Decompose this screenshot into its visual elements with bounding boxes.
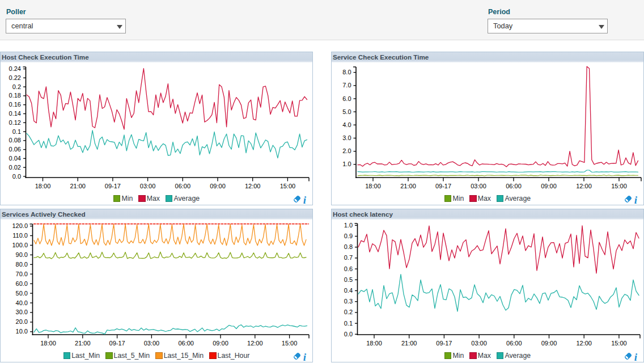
svg-text:03:00: 03:00 <box>140 183 156 189</box>
svg-text:09-17: 09-17 <box>435 183 451 189</box>
svg-text:21:00: 21:00 <box>75 340 91 347</box>
svg-text:21:00: 21:00 <box>70 183 86 189</box>
svg-text:06:00: 06:00 <box>506 340 522 347</box>
svg-text:12:00: 12:00 <box>245 183 261 189</box>
svg-text:0.8: 0.8 <box>344 243 353 250</box>
svg-text:10.0: 10.0 <box>16 328 28 335</box>
svg-text:12:00: 12:00 <box>576 340 592 347</box>
svg-text:0.06: 0.06 <box>9 146 21 153</box>
svg-text:0.18: 0.18 <box>9 92 21 99</box>
svg-text:18:00: 18:00 <box>366 340 382 347</box>
svg-text:0.9: 0.9 <box>344 233 353 239</box>
svg-text:0.2: 0.2 <box>344 309 353 315</box>
svg-text:12:00: 12:00 <box>247 340 263 347</box>
svg-text:1.0: 1.0 <box>342 161 351 167</box>
svg-text:70.0: 70.0 <box>16 271 28 277</box>
svg-text:03:00: 03:00 <box>471 340 487 347</box>
svg-text:09:00: 09:00 <box>541 183 557 189</box>
svg-text:0.1: 0.1 <box>12 128 21 135</box>
svg-text:09:00: 09:00 <box>541 340 557 347</box>
svg-text:06:00: 06:00 <box>175 183 191 189</box>
svg-text:0.08: 0.08 <box>9 137 21 143</box>
svg-text:09-17: 09-17 <box>105 183 121 189</box>
svg-text:80.0: 80.0 <box>16 261 28 268</box>
svg-text:15:00: 15:00 <box>611 183 627 189</box>
svg-text:5.0: 5.0 <box>342 108 351 115</box>
svg-text:4.0: 4.0 <box>342 121 351 128</box>
svg-text:0.0: 0.0 <box>12 173 21 180</box>
svg-text:0.04: 0.04 <box>9 155 21 162</box>
svg-text:60.0: 60.0 <box>16 280 28 287</box>
svg-text:0.6: 0.6 <box>344 265 353 272</box>
svg-text:03:00: 03:00 <box>471 183 486 189</box>
svg-text:0.24: 0.24 <box>9 65 21 72</box>
svg-text:18:00: 18:00 <box>40 340 56 347</box>
svg-text:18:00: 18:00 <box>365 183 381 189</box>
svg-text:0.5: 0.5 <box>344 276 353 283</box>
svg-text:15:00: 15:00 <box>282 340 298 347</box>
svg-text:1.0: 1.0 <box>344 222 353 229</box>
svg-text:06:00: 06:00 <box>506 183 522 189</box>
svg-text:06:00: 06:00 <box>178 340 194 347</box>
svg-text:09-17: 09-17 <box>109 340 125 347</box>
svg-text:0.3: 0.3 <box>344 298 353 305</box>
svg-text:2.0: 2.0 <box>342 147 351 154</box>
svg-text:0.22: 0.22 <box>9 74 21 81</box>
svg-text:40.0: 40.0 <box>16 299 28 306</box>
svg-text:09:00: 09:00 <box>213 340 228 347</box>
svg-text:7.0: 7.0 <box>342 82 351 88</box>
svg-text:0.0: 0.0 <box>344 331 353 337</box>
svg-text:0.7: 0.7 <box>344 254 353 261</box>
svg-text:50.0: 50.0 <box>16 290 28 297</box>
svg-text:30.0: 30.0 <box>16 309 28 315</box>
svg-text:20.0: 20.0 <box>16 318 28 325</box>
svg-text:0.1: 0.1 <box>344 320 353 327</box>
svg-text:3.0: 3.0 <box>342 134 351 141</box>
svg-text:0.02: 0.02 <box>9 164 21 171</box>
svg-text:09:00: 09:00 <box>210 183 226 189</box>
svg-text:09-17: 09-17 <box>436 340 452 347</box>
svg-text:0.4: 0.4 <box>344 287 353 294</box>
svg-text:110.0: 110.0 <box>12 232 28 239</box>
svg-text:90.0: 90.0 <box>16 251 28 258</box>
svg-text:21:00: 21:00 <box>400 183 416 189</box>
svg-text:6.0: 6.0 <box>342 95 351 102</box>
svg-text:120.0: 120.0 <box>12 222 28 229</box>
svg-text:0.14: 0.14 <box>9 110 21 117</box>
svg-text:0.2: 0.2 <box>12 83 21 90</box>
svg-text:18:00: 18:00 <box>35 183 51 189</box>
svg-text:12:00: 12:00 <box>576 183 592 189</box>
svg-text:100.0: 100.0 <box>12 242 28 248</box>
svg-text:15:00: 15:00 <box>611 340 627 347</box>
svg-text:8.0: 8.0 <box>342 69 351 75</box>
svg-text:03:00: 03:00 <box>144 340 160 347</box>
svg-text:15:00: 15:00 <box>280 183 296 189</box>
svg-text:0.16: 0.16 <box>9 101 21 108</box>
svg-text:21:00: 21:00 <box>401 340 417 347</box>
svg-text:0.12: 0.12 <box>9 119 21 126</box>
